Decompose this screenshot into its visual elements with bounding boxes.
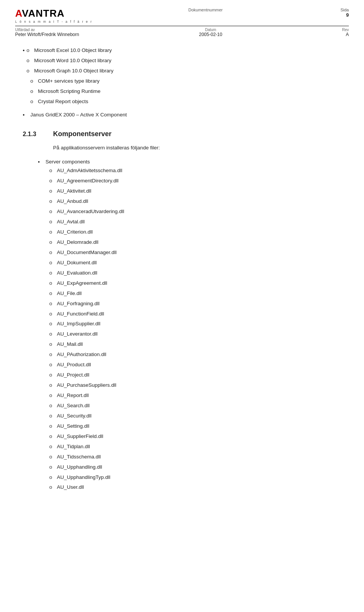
list-item: AU_Mail.dll [57, 340, 349, 349]
list-item: AU_Upphandling.dll [57, 463, 349, 472]
list-item: AU_DocumentManager.dll [57, 248, 349, 257]
dll-item: AU_File.dll [57, 290, 82, 296]
section-number: 2.1.3 [23, 131, 46, 138]
dll-item: AU_Search.dll [57, 403, 89, 408]
list-item: AU_Product.dll [57, 361, 349, 369]
list-item: AU_Security.dll [57, 412, 349, 421]
list-item: AU_Dokument.dll [57, 259, 349, 267]
dll-item: AU_Criterion.dll [57, 229, 93, 235]
dll-item: AU_DocumentManager.dll [57, 250, 117, 255]
logo-a: A [15, 8, 22, 19]
list-item: AU_Avtal.dll [57, 218, 349, 226]
dll-item: AU_AvanceradUtvardering.dll [57, 209, 124, 214]
dll-item: AU_ImpSupplier.dll [57, 321, 100, 326]
dll-item: AU_Dokument.dll [57, 260, 97, 265]
dll-item: AU_SupplierField.dll [57, 433, 103, 439]
list-item: AU_Evaluation.dll [57, 269, 349, 278]
header-right: Sida 9 [318, 8, 349, 18]
dll-item: AU_Aktivitet.dll [57, 188, 91, 194]
header-top: AVANTRA L ö n s a m m a I T - a f f ä r … [15, 8, 349, 26]
list-item: COM+ services type library Microsoft Scr… [23, 77, 349, 106]
dll-item: AU_Anbud.dll [57, 198, 88, 204]
dll-item: AU_Product.dll [57, 362, 91, 367]
dll-item: AU_Tidsschema.dll [57, 454, 101, 460]
list-item: AU_FunctionField.dll [57, 310, 349, 319]
list-item: AU_SupplierField.dll [57, 432, 349, 441]
list-item: Microsoft Word 10.0 Object library [34, 56, 349, 65]
list-item: COM+ services type library [38, 77, 349, 86]
page-label: Sida [340, 8, 349, 12]
issued-by-label: Utfärdad av [15, 28, 79, 32]
dll-item: AU_Forfragning.dll [57, 301, 100, 306]
list-item: AU_ExpAgreement.dll [57, 279, 349, 288]
list-item: AU_AgreementDirectory.dll [57, 177, 349, 185]
section-description: På applikationsservern installeras följa… [53, 144, 349, 152]
issued-by-col: Utfärdad av Peter Wirtoft/Fredrik Winneb… [15, 28, 79, 37]
dll-item: AU_AgreementDirectory.dll [57, 178, 119, 184]
server-components-label: Server components [46, 159, 90, 165]
item-text: COM+ services type library [38, 78, 99, 84]
page-header: AVANTRA L ö n s a m m a I T - a f f ä r … [15, 8, 349, 39]
list-item: AU_Report.dll [57, 391, 349, 400]
list-item: Microsoft Excel 10.0 Object library Micr… [23, 46, 349, 75]
list-item: AU_Aktivitet.dll [57, 187, 349, 196]
dll-item: AU_AdmAktivitetsschema.dll [57, 168, 122, 173]
dll-item: AU_Project.dll [57, 372, 89, 378]
item-text: Microsoft Graph 10.0 Object library [34, 68, 113, 74]
list-item: AU_Delomrade.dll [57, 238, 349, 247]
list-item: Microsoft Scripting Runtime [38, 87, 349, 96]
item-text: Microsoft Word 10.0 Object library [34, 58, 111, 63]
dll-item: AU_FunctionField.dll [57, 311, 104, 317]
dll-item: AU_User.dll [57, 484, 84, 490]
dll-item: AU_Setting.dll [57, 423, 89, 429]
dll-item: AU_Security.dll [57, 413, 91, 419]
server-components-item: Server components AU_AdmAktivitetsschema… [38, 158, 349, 492]
logo-vantra: VANTRA [22, 8, 64, 19]
rev-col: Rev A [342, 28, 349, 37]
dll-item: AU_Avtal.dll [57, 219, 85, 224]
item-text: Microsoft Scripting Runtime [38, 88, 100, 94]
issued-by-value: Peter Wirtoft/Fredrik Winneborn [15, 32, 79, 37]
list-item: Microsoft Graph 10.0 Object library [34, 67, 349, 75]
dll-item: AU_PAuthorization.dll [57, 352, 106, 357]
dll-item: AU_Delomrade.dll [57, 239, 99, 245]
list-item: AU_Setting.dll [57, 422, 349, 431]
list-item: AU_File.dll [57, 289, 349, 298]
page-value: 9 [346, 12, 349, 18]
list-item: AU_ImpSupplier.dll [57, 320, 349, 328]
dll-item: AU_PurchaseSuppliers.dll [57, 382, 116, 388]
section-title: Komponentserver [53, 130, 111, 138]
list-item: AU_Forfragning.dll [57, 300, 349, 308]
header-bottom: Utfärdad av Peter Wirtoft/Fredrik Winneb… [15, 26, 349, 39]
sub-list-1: Microsoft Excel 10.0 Object library Micr… [23, 46, 349, 75]
list-item: AU_Tidsschema.dll [57, 453, 349, 461]
logo-subtitle: L ö n s a m m a I T - a f f ä r e r [15, 20, 93, 24]
rev-value: A [346, 32, 349, 37]
sub-list-com: COM+ services type library Microsoft Scr… [27, 77, 349, 106]
janus-item: Janus GridEX 2000 – Active X Component [23, 111, 349, 119]
doc-label: Dokumentnummer [188, 8, 223, 12]
dll-item: AU_Upphandling.dll [57, 464, 102, 470]
page: AVANTRA L ö n s a m m a I T - a f f ä r … [0, 0, 364, 612]
ms-library-list: Microsoft Excel 10.0 Object library Micr… [23, 46, 349, 119]
list-item: AU_PurchaseSuppliers.dll [57, 381, 349, 390]
dll-item: AU_ExpAgreement.dll [57, 280, 107, 286]
list-item: AU_Leverantor.dll [57, 330, 349, 339]
dll-item: AU_Evaluation.dll [57, 270, 97, 276]
header-center: Dokumentnummer [93, 8, 318, 12]
section-213-heading: 2.1.3 Komponentserver [23, 130, 349, 138]
list-item: Microsoft Excel 10.0 Object library [34, 46, 349, 55]
main-content: Microsoft Excel 10.0 Object library Micr… [15, 46, 349, 492]
list-item: AU_Anbud.dll [57, 197, 349, 206]
item-text: Crystal Report objects [38, 99, 88, 104]
janus-text: Janus GridEX 2000 – Active X Component [30, 112, 127, 118]
list-item: AU_Project.dll [57, 371, 349, 380]
dll-item: AU_Tidplan.dll [57, 444, 90, 449]
dll-item: AU_Mail.dll [57, 341, 83, 347]
list-item: Crystal Report objects [38, 97, 349, 106]
rev-label: Rev [342, 28, 349, 32]
item-text: Microsoft Excel 10.0 Object library [34, 47, 112, 53]
list-item: AU_UpphandlingTyp.dll [57, 473, 349, 482]
list-item: AU_User.dll [57, 483, 349, 492]
server-dll-list: AU_AdmAktivitetsschema.dll AU_AgreementD… [46, 166, 349, 492]
